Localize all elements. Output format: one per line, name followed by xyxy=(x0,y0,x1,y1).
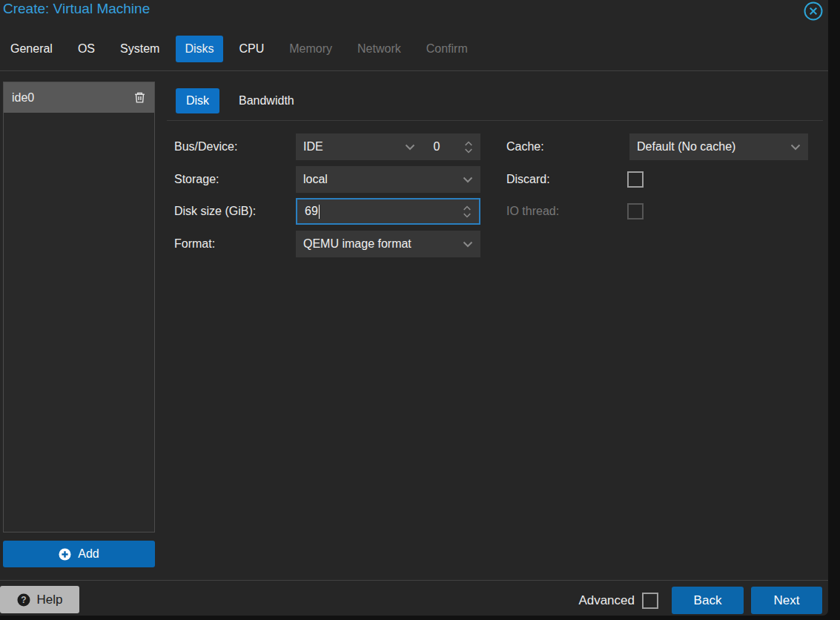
add-button-label: Add xyxy=(78,547,99,561)
cache-combo[interactable]: Default (No cache) xyxy=(629,133,808,160)
storage-label: Storage: xyxy=(174,166,293,193)
advanced-checkbox[interactable] xyxy=(642,593,658,609)
cache-value: Default (No cache) xyxy=(637,140,790,154)
add-disk-button[interactable]: Add xyxy=(3,541,155,567)
bus-device-label: Bus/Device: xyxy=(174,133,293,160)
help-button[interactable]: ? Help xyxy=(0,586,79,613)
format-combo[interactable]: QEMU image format xyxy=(296,231,480,257)
bus-device-value: IDE xyxy=(303,140,323,154)
io-thread-checkbox xyxy=(627,203,644,220)
cache-label: Cache: xyxy=(506,133,625,160)
create-vm-dialog: Create: Virtual Machine General OS Syste… xyxy=(0,0,828,616)
subtab-divider xyxy=(167,120,823,121)
trash-icon[interactable] xyxy=(133,90,146,105)
advanced-label: Advanced xyxy=(578,593,635,608)
disk-listbox: ide0 xyxy=(3,82,155,532)
chevron-down-icon[interactable] xyxy=(405,144,415,151)
tab-confirm: Confirm xyxy=(417,36,477,62)
footer-divider xyxy=(0,580,828,581)
tab-system[interactable]: System xyxy=(111,36,168,62)
spinner-down-icon xyxy=(464,148,473,154)
tab-os[interactable]: OS xyxy=(69,36,104,62)
close-icon[interactable] xyxy=(804,1,823,21)
spinner-up-icon xyxy=(464,141,473,146)
disk-size-value: 69 xyxy=(305,205,318,218)
bus-device-combo[interactable]: IDE 0 xyxy=(296,133,480,160)
disk-size-spinner[interactable] xyxy=(463,205,472,218)
disk-size-label: Disk size (GiB): xyxy=(174,198,293,225)
spinner-up-icon xyxy=(463,205,472,211)
footer-actions: Advanced Back Next xyxy=(578,587,822,614)
svg-text:?: ? xyxy=(21,595,26,605)
storage-combo[interactable]: local xyxy=(296,166,480,193)
help-button-label: Help xyxy=(37,593,63,607)
bus-device-spinner[interactable] xyxy=(464,141,473,154)
bus-device-number[interactable]: 0 xyxy=(415,140,458,154)
back-button[interactable]: Back xyxy=(672,587,744,614)
tab-cpu[interactable]: CPU xyxy=(231,36,274,62)
discard-checkbox[interactable] xyxy=(627,171,644,188)
dialog-title: Create: Virtual Machine xyxy=(3,1,150,17)
chevron-down-icon[interactable] xyxy=(463,177,473,183)
tab-network: Network xyxy=(348,36,410,62)
spinner-down-icon xyxy=(463,213,472,218)
disk-size-input[interactable]: 69 xyxy=(296,198,480,225)
chevron-down-icon[interactable] xyxy=(463,241,473,248)
question-circle-icon: ? xyxy=(17,593,30,607)
tabbar-divider xyxy=(0,70,828,71)
tab-disks[interactable]: Disks xyxy=(176,36,222,62)
format-value: QEMU image format xyxy=(303,237,463,251)
discard-label: Discard: xyxy=(506,166,625,193)
format-label: Format: xyxy=(174,231,293,257)
wizard-tabbar: General OS System Disks CPU Memory Netwo… xyxy=(1,36,484,62)
next-button[interactable]: Next xyxy=(751,587,822,614)
screen: Create: Virtual Machine General OS Syste… xyxy=(0,0,840,620)
storage-value: local xyxy=(303,173,463,186)
disk-list-item-ide0[interactable]: ide0 xyxy=(4,82,154,113)
subtab-disk[interactable]: Disk xyxy=(176,88,219,113)
tab-general[interactable]: General xyxy=(1,36,62,62)
text-caret xyxy=(319,205,320,219)
chevron-down-icon[interactable] xyxy=(790,144,801,151)
subtab-bandwidth[interactable]: Bandwidth xyxy=(239,88,294,113)
tab-memory: Memory xyxy=(280,36,341,62)
io-thread-label: IO thread: xyxy=(506,198,625,225)
disk-item-label: ide0 xyxy=(12,91,133,105)
plus-circle-icon xyxy=(59,548,71,561)
